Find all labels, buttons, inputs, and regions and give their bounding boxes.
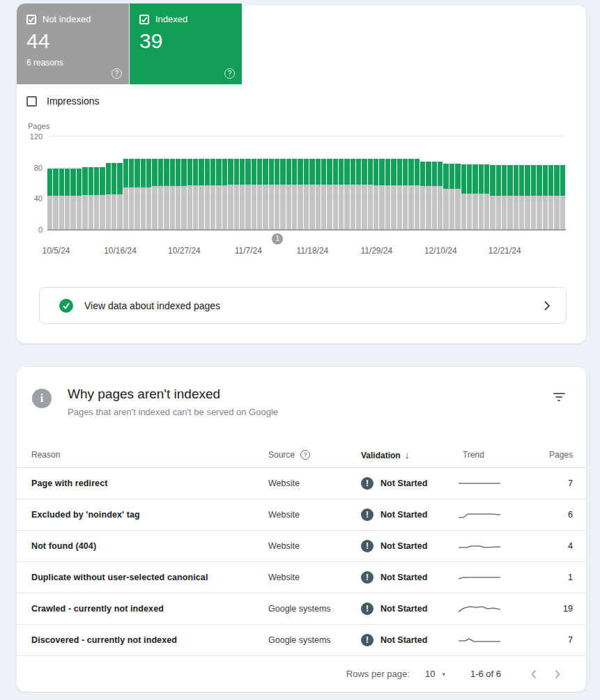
source-cell: Google systems [268,635,331,645]
validation-cell: !Not Started [361,477,427,490]
checkbox-checked-icon[interactable] [26,15,36,24]
bar-not-indexed [525,196,530,230]
validation-header-label: Validation [361,451,401,460]
bar-not-indexed [554,196,559,230]
bar-not-indexed [152,186,157,230]
x-tick-label: 10/27/24 [168,246,201,256]
x-tick-label: 10/16/24 [104,246,137,256]
table-row[interactable]: Excluded by 'noindex' tagWebsite!Not Sta… [17,499,586,531]
validation-status-label: Not Started [380,510,427,520]
previous-page-button[interactable] [522,662,546,686]
trend-sparkline [459,635,500,646]
bar-not-indexed [507,196,512,230]
bar-not-indexed [280,185,285,230]
trend-sparkline [459,572,500,583]
bar-indexed [228,159,233,185]
bar-not-indexed [164,186,169,230]
panel-subtitle: Pages that aren't indexed can't be serve… [68,407,278,417]
indexed-toggle-chip[interactable]: Indexed 39 ? [130,3,242,84]
checkbox-unchecked-icon[interactable] [26,96,37,107]
column-header-trend[interactable]: Trend [463,450,484,460]
bar-not-indexed [82,195,87,230]
checkbox-checked-icon[interactable] [139,15,149,24]
not-indexed-toggle-chip[interactable]: Not indexed 44 6 reasons ? [17,3,129,84]
table-pagination: Rows per page: 10 ▾ 1-6 of 6 [17,656,586,692]
bar-not-indexed [158,186,163,230]
table-row[interactable]: Page with redirectWebsite!Not Started7 [17,468,586,499]
bar-not-indexed [385,185,390,230]
x-tick-label: 11/7/24 [235,246,262,256]
validation-cell: !Not Started [361,540,427,552]
help-icon[interactable]: ? [300,450,310,460]
reason-cell: Discovered - currently not indexed [31,635,177,645]
table-row[interactable]: Duplicate without user-selected canonica… [17,562,586,593]
not-started-exclamation-icon: ! [361,477,374,490]
bar-not-indexed [234,185,239,230]
bar-not-indexed [257,185,262,230]
bar-indexed [176,159,180,186]
table-row[interactable]: Discovered - currently not indexedGoogle… [17,625,586,656]
next-page-button[interactable] [546,662,569,686]
column-header-source[interactable]: Source ? [268,450,310,460]
bar-not-indexed [89,195,93,230]
bar-indexed [269,159,274,185]
not-indexed-chip-label: Not indexed [43,14,91,24]
bar-indexed [193,159,198,185]
view-data-button[interactable]: View data about indexed pages [39,287,567,324]
source-header-label: Source [268,450,295,460]
help-icon[interactable]: ? [111,68,122,79]
impressions-toggle[interactable]: Impressions [26,95,99,107]
chevron-left-icon [531,669,537,679]
bar-not-indexed [292,185,297,230]
sort-descending-icon: ↓ [405,450,410,460]
bar-indexed [170,159,175,186]
bar-indexed [438,162,443,187]
validation-status-label: Not Started [380,573,427,582]
bar-not-indexed [344,185,349,230]
column-header-reason[interactable]: Reason [31,450,60,460]
x-tick-label: 12/21/24 [489,246,521,256]
bar-not-indexed [438,186,443,230]
bar-indexed [321,159,326,185]
bar-indexed [467,164,472,193]
bar-not-indexed [210,185,215,230]
bar-indexed [374,159,378,185]
filter-icon[interactable] [553,393,565,403]
rows-per-page-select[interactable]: 10 ▾ [425,669,445,679]
bar-not-indexed [70,196,75,230]
y-tick-label: 0 [38,226,43,234]
source-cell: Website [268,573,300,582]
table-row[interactable]: Not found (404)Website!Not Started4 [17,531,586,562]
gridline-y-0 [47,229,566,231]
bar-indexed [356,159,361,185]
bar-not-indexed [304,185,309,230]
bar-not-indexed [252,185,256,230]
chevron-right-icon [544,300,551,311]
bar-not-indexed [47,196,52,230]
bar-not-indexed [199,185,203,230]
bar-indexed [496,165,501,196]
not-started-exclamation-icon: ! [361,571,374,584]
bar-indexed [484,164,489,193]
bar-indexed [379,159,384,185]
bar-indexed [280,159,285,185]
bar-indexed [134,159,139,187]
bar-not-indexed [245,185,250,230]
bar-indexed [351,159,355,185]
bar-indexed [252,159,256,185]
bar-indexed [65,169,70,196]
bar-indexed [362,159,367,185]
bar-indexed [420,162,425,187]
help-icon[interactable]: ? [224,68,235,79]
bar-indexed [47,169,52,196]
bar-indexed [234,159,239,185]
chart-annotation-marker[interactable]: 1 [272,233,283,244]
column-header-validation[interactable]: Validation↓ [361,450,409,460]
validation-status-label: Not Started [380,604,427,614]
bar-indexed [53,169,58,196]
bar-indexed [164,159,169,186]
bar-indexed [479,164,484,193]
table-row[interactable]: Crawled - currently not indexedGoogle sy… [17,593,586,625]
reason-cell: Not found (404) [31,541,96,551]
column-header-pages[interactable]: Pages [549,450,573,460]
